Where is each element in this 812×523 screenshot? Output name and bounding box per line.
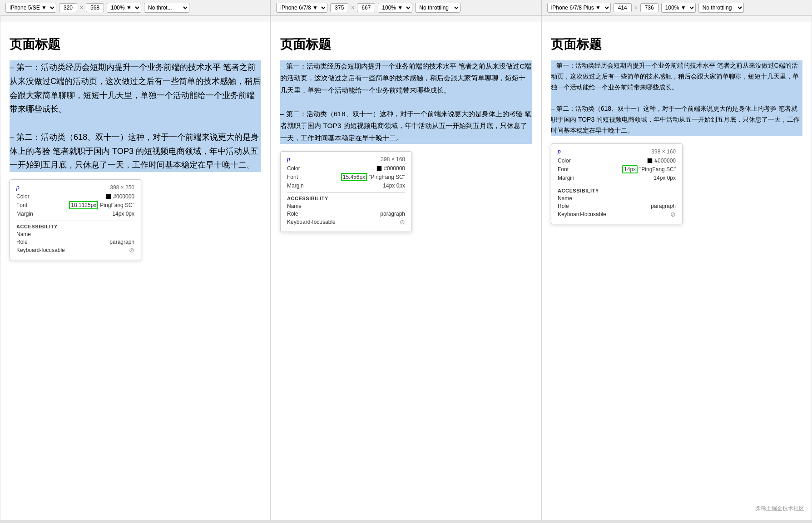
panel-3-text: – 第一：活动类经历会短期内提升一个业务前端的技术水平 笔者之前从来没做过C端的…	[551, 60, 802, 136]
panel-1-dimensions: 398 × 250	[110, 184, 134, 191]
device-select-2[interactable]: iPhone 6/7/8 ▼	[276, 3, 327, 13]
panel-2-name-label: Name	[287, 203, 302, 209]
panel-2-text: – 第一：活动类经历会短期内提升一个业务前端的技术水平 笔者之前从来没做过C端的…	[280, 60, 532, 144]
panel-2-font-label: Font	[287, 174, 298, 180]
panel-1-role-row: Role paragraph	[16, 239, 134, 245]
panel-2-popup-header: p 398 × 168	[287, 156, 405, 163]
panel-2-dimensions: 398 × 168	[381, 156, 405, 163]
toolbars-container: iPhone 5/SE ▼ × 100% ▼ No throt... iPhon…	[0, 0, 812, 16]
panel-3-keyboard-row: Keyboard-focusable ⊘	[558, 211, 676, 218]
panel-3-font-label: Font	[558, 166, 569, 173]
panel-3-color-value: #000000	[647, 158, 676, 164]
height-input-3[interactable]	[640, 3, 659, 12]
panel-2-color-row: Color #000000	[287, 165, 405, 172]
panel-2-role-label: Role	[287, 211, 298, 217]
throttle-select-3[interactable]: No throttling	[698, 3, 744, 13]
panel-1-content: 页面标题 – 第一：活动类经历会短期内提升一个业务前端的技术水平 笔者之前从来没…	[0, 22, 270, 269]
panel-2-color-value: #000000	[376, 165, 405, 172]
panel-3-scrollbar[interactable]	[542, 16, 812, 22]
panel-2-role-row: Role paragraph	[287, 211, 405, 217]
panel-1-font-size: 18.1125px	[69, 201, 98, 209]
panel-2-popup: p 398 × 168 Color #000000 Font 15.456px …	[280, 151, 412, 232]
panel-3-color-swatch	[647, 158, 653, 163]
panel-2-accessibility: ACCESSIBILITY Name Role paragraph Keyboa…	[287, 192, 405, 226]
panel-3-margin-label: Margin	[558, 175, 574, 181]
panel-2-font-size: 15.456px	[341, 173, 367, 181]
panel-3-color-row: Color #000000	[558, 158, 676, 164]
panel-1-font-value: 18.1125px PingFang SC"	[69, 201, 134, 209]
throttle-select-1[interactable]: No throt...	[144, 3, 189, 13]
panel-2: 页面标题 – 第一：活动类经历会短期内提升一个业务前端的技术水平 笔者之前从来没…	[271, 16, 541, 520]
panel-3-keyboard-label: Keyboard-focusable	[558, 211, 606, 217]
height-input-2[interactable]	[357, 3, 375, 12]
width-input-1[interactable]	[59, 3, 77, 12]
device-select-3[interactable]: iPhone 6/7/8 Plus ▼	[547, 3, 611, 13]
panel-2-font-value: 15.456px "PingFang SC"	[341, 173, 405, 181]
panel-2-title: 页面标题	[280, 36, 532, 53]
toolbar-1: iPhone 5/SE ▼ × 100% ▼ No throt...	[0, 0, 271, 15]
panel-3-role-label: Role	[558, 203, 569, 209]
width-input-3[interactable]	[614, 3, 632, 12]
panel-3: 页面标题 – 第一：活动类经历会短期内提升一个业务前端的技术水平 笔者之前从来没…	[542, 16, 812, 520]
panel-2-color-swatch	[376, 166, 382, 171]
panel-1-color-value: #000000	[106, 193, 134, 200]
panel-1-font-row: Font 18.1125px PingFang SC"	[16, 201, 134, 209]
zoom-select-2[interactable]: 100% ▼	[378, 3, 412, 13]
panel-2-scrollbar[interactable]	[271, 16, 541, 22]
height-input-1[interactable]	[86, 3, 104, 12]
panel-3-margin-row: Margin 14px 0px	[558, 175, 676, 181]
panel-1-popup-header: p 398 × 250	[16, 184, 134, 191]
panel-1-text: – 第一：活动类经历会短期内提升一个业务前端的技术水平 笔者之前从来没做过C端的…	[10, 60, 261, 172]
panel-1-role-value: paragraph	[109, 239, 134, 245]
panel-2-name-row: Name	[287, 203, 405, 209]
toolbar-2: iPhone 6/7/8 ▼ × 100% ▼ No throttling	[271, 0, 541, 15]
panel-1-title: 页面标题	[10, 36, 261, 53]
sep-3: ×	[634, 5, 638, 11]
zoom-select-1[interactable]: 100% ▼	[107, 3, 141, 13]
throttle-select-2[interactable]: No throttling	[415, 3, 460, 13]
panel-2-margin-row: Margin 14px 0px	[287, 183, 405, 189]
panel-3-dimensions: 398 × 160	[651, 148, 676, 155]
panel-2-color-label: Color	[287, 165, 300, 172]
panel-1-name-row: Name	[16, 231, 134, 237]
panel-3-accessibility-title: ACCESSIBILITY	[558, 188, 676, 193]
panel-1-color-label: Color	[16, 193, 30, 200]
panel-3-margin-value: 14px 0px	[654, 175, 676, 181]
panel-1-keyboard-row: Keyboard-focusable ⊘	[16, 247, 134, 254]
panel-1-margin-row: Margin 14px 0px	[16, 211, 134, 217]
panel-3-color-label: Color	[558, 158, 571, 164]
panel-2-margin-label: Margin	[287, 183, 304, 189]
watermark: @稀土掘金技术社区	[755, 505, 804, 513]
toolbar-3: iPhone 6/7/8 Plus ▼ × 100% ▼ No throttli…	[542, 0, 812, 15]
panel-1-font-label: Font	[16, 202, 27, 208]
sep-2: ×	[351, 5, 354, 11]
panel-1-accessibility-title: ACCESSIBILITY	[16, 224, 134, 229]
panel-3-accessibility: ACCESSIBILITY Name Role paragraph Keyboa…	[558, 185, 676, 218]
panel-1-popup: p 398 × 250 Color #000000 Font 18.1125px…	[10, 179, 141, 260]
panel-3-keyboard-value: ⊘	[670, 211, 676, 218]
panel-3-font-row: Font 14px "PingFang SC"	[558, 165, 676, 173]
panel-1: 页面标题 – 第一：活动类经历会短期内提升一个业务前端的技术水平 笔者之前从来没…	[0, 16, 270, 520]
panel-2-content: 页面标题 – 第一：活动类经历会短期内提升一个业务前端的技术水平 笔者之前从来没…	[271, 22, 541, 241]
panel-2-keyboard-label: Keyboard-focusable	[287, 219, 336, 225]
width-input-2[interactable]	[330, 3, 348, 12]
panel-1-color-row: Color #000000	[16, 193, 134, 200]
panel-2-font-row: Font 15.456px "PingFang SC"	[287, 173, 405, 181]
panel-1-name-label: Name	[16, 231, 31, 237]
zoom-select-3[interactable]: 100% ▼	[661, 3, 696, 13]
panel-3-font-value: 14px "PingFang SC"	[622, 165, 676, 173]
panel-3-content: 页面标题 – 第一：活动类经历会短期内提升一个业务前端的技术水平 笔者之前从来没…	[542, 22, 812, 233]
panel-3-popup: p 398 × 160 Color #000000 Font 14px "Pin…	[551, 143, 683, 224]
panel-2-accessibility-title: ACCESSIBILITY	[287, 196, 405, 201]
panel-3-role-value: paragraph	[651, 203, 676, 209]
panel-1-scrollbar[interactable]	[0, 16, 270, 22]
panel-2-role-value: paragraph	[380, 211, 405, 217]
panel-3-role-row: Role paragraph	[558, 203, 676, 209]
device-select-1[interactable]: iPhone 5/SE ▼	[5, 3, 56, 13]
panel-1-keyboard-value: ⊘	[129, 247, 134, 254]
panel-3-name-row: Name	[558, 195, 676, 202]
panel-1-element-tag: p	[16, 184, 20, 191]
panel-3-title: 页面标题	[551, 36, 802, 53]
sep-1: ×	[80, 5, 83, 11]
panel-2-margin-value: 14px 0px	[383, 183, 405, 189]
